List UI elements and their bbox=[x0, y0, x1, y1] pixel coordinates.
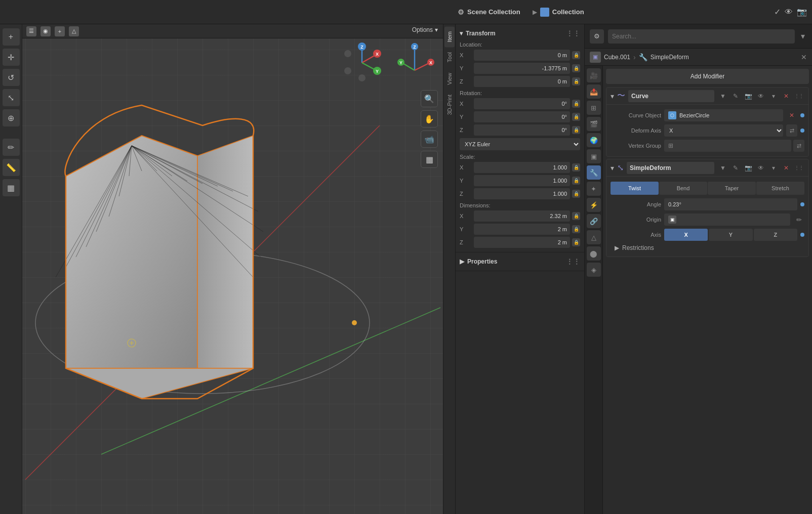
world-icon-btn[interactable]: 🌍 bbox=[587, 133, 601, 147]
properties-dots[interactable]: ⋮⋮ bbox=[566, 258, 580, 266]
breadcrumb-action-icon[interactable]: ✕ bbox=[801, 53, 807, 61]
scale-y-input[interactable]: 1.000 bbox=[474, 175, 570, 186]
rotation-z-input[interactable]: 0° bbox=[474, 124, 570, 136]
curve-collapse-btn[interactable]: ▾ bbox=[611, 92, 614, 100]
cursor-tool-btn[interactable]: + bbox=[3, 28, 20, 46]
viewport-area[interactable]: + ✛ ↺ ⤡ ⊕ ✏ 📏 ▦ ☰ ◉ + △ Z bbox=[0, 24, 443, 514]
tab-tool[interactable]: Tool bbox=[444, 47, 455, 67]
scene-icon-btn[interactable]: 🎬 bbox=[587, 117, 601, 131]
restrictions-row[interactable]: ▶ Restrictions bbox=[611, 242, 804, 253]
sd-tab-taper[interactable]: Taper bbox=[708, 182, 756, 195]
sd-modifier-name[interactable]: SimpleDeform bbox=[627, 162, 714, 174]
curve-dropdown-icon[interactable]: ▾ bbox=[768, 91, 779, 102]
sd-dropdown-icon[interactable]: ▾ bbox=[768, 162, 779, 174]
scale-z-input[interactable]: 1.000 bbox=[474, 188, 570, 199]
dim-x-lock[interactable]: 🔒 bbox=[572, 212, 580, 220]
deform-axis-select[interactable]: X bbox=[664, 124, 783, 137]
vg-input[interactable]: ⊞ bbox=[664, 140, 791, 152]
rotation-x-input[interactable]: 0° bbox=[474, 98, 570, 109]
object-props-icon-btn[interactable]: ▣ bbox=[587, 149, 601, 163]
scale-z-lock[interactable]: 🔒 bbox=[572, 190, 580, 198]
curve-modifier-name[interactable]: Curve bbox=[628, 90, 714, 102]
origin-value[interactable]: ▣ bbox=[664, 213, 790, 226]
add-menu-btn[interactable]: + bbox=[55, 26, 65, 36]
checkmark-icon[interactable]: ✓ bbox=[774, 7, 781, 17]
rotation-mode-select[interactable]: XYZ Euler bbox=[460, 138, 580, 150]
scale-x-input[interactable]: 1.000 bbox=[474, 162, 570, 173]
deform-axis-arrow[interactable]: ⇄ bbox=[786, 124, 797, 137]
dim-z-lock[interactable]: 🔒 bbox=[572, 238, 580, 246]
render-icon-btn[interactable]: 🎥 bbox=[587, 68, 601, 82]
origin-edit-icon[interactable]: ✏ bbox=[793, 214, 804, 225]
sd-tab-stretch[interactable]: Stretch bbox=[756, 182, 804, 195]
sd-funnel-icon[interactable]: ▼ bbox=[717, 162, 728, 174]
scale-y-lock[interactable]: 🔒 bbox=[572, 177, 580, 185]
rotation-x-lock[interactable]: 🔒 bbox=[572, 100, 580, 108]
dim-y-lock[interactable]: 🔒 bbox=[572, 225, 580, 233]
tab-item[interactable]: Item bbox=[444, 26, 455, 47]
hand-icon-btn[interactable]: ✋ bbox=[421, 110, 438, 127]
axis-x-btn[interactable]: X bbox=[664, 229, 708, 241]
particles-icon-btn[interactable]: ✦ bbox=[587, 182, 601, 196]
location-x-lock[interactable]: 🔒 bbox=[572, 51, 580, 59]
scale-x-lock[interactable]: 🔒 bbox=[572, 163, 580, 172]
curve-close-btn[interactable]: ✕ bbox=[781, 91, 792, 102]
grid-tool-btn[interactable]: ▦ bbox=[3, 179, 20, 196]
output-icon-btn[interactable]: 📤 bbox=[587, 84, 601, 99]
location-y-lock[interactable]: 🔒 bbox=[572, 64, 580, 72]
transform-dots[interactable]: ⋮⋮ bbox=[566, 29, 580, 37]
modifier-icon-btn[interactable]: 🔧 bbox=[587, 165, 601, 180]
sd-edit-icon[interactable]: ✎ bbox=[730, 162, 741, 174]
options-button[interactable]: Options ▾ bbox=[407, 24, 443, 35]
sd-tab-bend[interactable]: Bend bbox=[659, 182, 707, 195]
rotation-y-lock[interactable]: 🔒 bbox=[572, 113, 580, 121]
dim-z-input[interactable]: 2 m bbox=[474, 237, 570, 248]
grid-view-btn[interactable]: ▦ bbox=[421, 151, 438, 168]
move-tool-btn[interactable]: ✛ bbox=[3, 49, 20, 66]
location-z-lock[interactable]: 🔒 bbox=[572, 77, 580, 85]
constraints-icon-btn[interactable]: 🔗 bbox=[587, 214, 601, 228]
properties-header[interactable]: ▶ Properties ⋮⋮ bbox=[456, 255, 584, 268]
sd-dots-btn[interactable]: ⋮⋮ bbox=[793, 162, 804, 174]
transform-header[interactable]: ▾ Transform ⋮⋮ bbox=[456, 27, 584, 39]
curve-object-value[interactable]: ⬡ BezierCircle bbox=[664, 109, 783, 121]
sd-collapse-btn[interactable]: ▾ bbox=[611, 164, 614, 172]
axis-z-btn[interactable]: Z bbox=[754, 229, 797, 241]
sd-visibility-icon[interactable]: 👁 bbox=[755, 162, 766, 174]
curve-edit-icon[interactable]: ✎ bbox=[730, 91, 741, 102]
annotate-tool-btn[interactable]: ✏ bbox=[3, 139, 20, 156]
material-icon-btn[interactable]: ⬤ bbox=[587, 246, 601, 261]
view-menu-btn[interactable]: ☰ bbox=[26, 26, 36, 36]
add-modifier-button[interactable]: Add Modifier bbox=[606, 69, 809, 84]
axis-y-btn[interactable]: Y bbox=[709, 229, 752, 241]
camera-view-btn[interactable]: 📹 bbox=[421, 131, 438, 148]
tab-view[interactable]: View bbox=[444, 68, 455, 90]
prop-search-input[interactable] bbox=[608, 29, 795, 44]
prop-icon-btn[interactable]: ⚙ bbox=[590, 29, 604, 44]
curve-visibility-icon[interactable]: 👁 bbox=[755, 91, 766, 102]
rotate-tool-btn[interactable]: ↺ bbox=[3, 69, 20, 86]
sd-tab-twist[interactable]: Twist bbox=[611, 182, 659, 195]
location-z-input[interactable]: 0 m bbox=[474, 76, 570, 87]
sd-close-btn[interactable]: ✕ bbox=[781, 162, 792, 174]
object-menu-btn[interactable]: △ bbox=[69, 26, 79, 36]
measure-tool-btn[interactable]: 📏 bbox=[3, 159, 20, 176]
zoom-icon-btn[interactable]: 🔍 bbox=[421, 90, 438, 107]
tab-3dprint[interactable]: 3D-Print bbox=[444, 90, 455, 120]
shader-icon-btn[interactable]: ◈ bbox=[587, 263, 601, 277]
prop-dropdown-arrow[interactable]: ▾ bbox=[799, 29, 807, 43]
view-layer-icon-btn[interactable]: ⊞ bbox=[587, 101, 601, 115]
scale-tool-btn[interactable]: ⤡ bbox=[3, 89, 20, 106]
vg-arrows[interactable]: ⇄ bbox=[793, 140, 804, 152]
dim-x-input[interactable]: 2.32 m bbox=[474, 210, 570, 222]
data-icon-btn[interactable]: △ bbox=[587, 230, 601, 244]
rotation-z-lock[interactable]: 🔒 bbox=[572, 126, 580, 134]
curve-render-icon[interactable]: 📷 bbox=[743, 91, 754, 102]
rotation-y-input[interactable]: 0° bbox=[474, 111, 570, 122]
eye-icon[interactable]: 👁 bbox=[785, 8, 793, 17]
location-x-input[interactable]: 0 m bbox=[474, 50, 570, 61]
select-menu-btn[interactable]: ◉ bbox=[40, 26, 51, 36]
sd-render-icon[interactable]: 📷 bbox=[743, 162, 754, 174]
curve-object-clear-btn[interactable]: ✕ bbox=[786, 110, 797, 121]
dim-y-input[interactable]: 2 m bbox=[474, 224, 570, 235]
